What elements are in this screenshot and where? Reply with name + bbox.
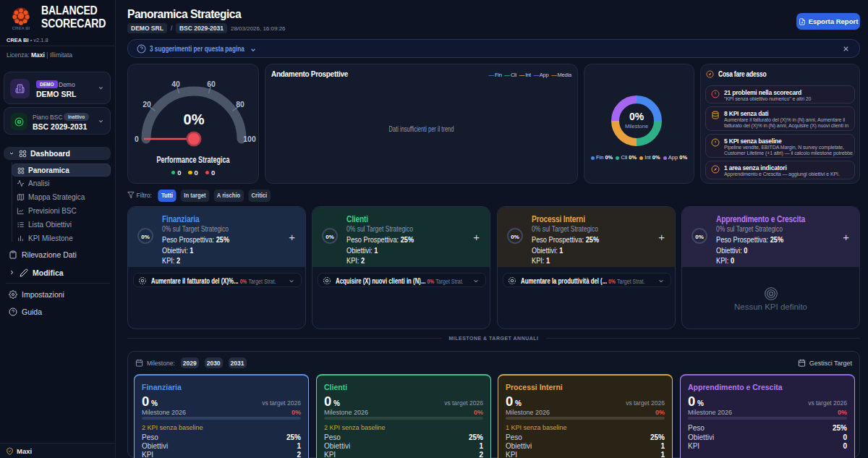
svg-text:20: 20 <box>142 100 151 109</box>
svg-text:Milestone: Milestone <box>625 123 648 130</box>
svg-text:0: 0 <box>135 135 139 143</box>
svg-text:CREA BI: CREA BI <box>12 26 30 30</box>
svg-text:80: 80 <box>236 100 244 109</box>
svg-text:0%: 0% <box>629 111 644 122</box>
svg-text:0%: 0% <box>184 111 205 127</box>
svg-text:60: 60 <box>207 80 216 88</box>
svg-text:100: 100 <box>243 135 256 143</box>
svg-text:40: 40 <box>171 80 180 88</box>
